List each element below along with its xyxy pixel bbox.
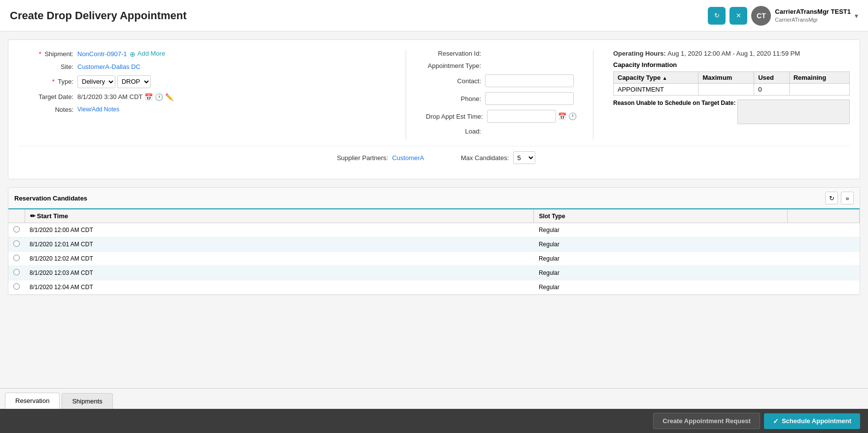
candidate-start-time: 8/1/2020 12:00 AM CDT <box>25 223 534 237</box>
cap-type: APPOINTMENT <box>614 84 698 96</box>
max-candidates-row: Max Candidates: 5101520 <box>454 151 535 164</box>
drop-select[interactable]: DROP <box>117 75 151 88</box>
operating-hours-row: Operating Hours: Aug 1, 2020 12:00 AM - … <box>613 50 850 57</box>
close-button[interactable]: ✕ <box>729 7 747 25</box>
candidate-extra <box>788 252 860 266</box>
row-radio-cell[interactable] <box>8 252 25 266</box>
form-mid-col: Reservation Id: Appointment Type: Contac… <box>426 50 593 140</box>
candidates-refresh-icon: ↻ <box>829 195 834 202</box>
shipment-link[interactable]: NonContr-0907-1 <box>77 50 127 58</box>
user-name: CarrierATransMgr TEST1 <box>775 8 851 16</box>
type-label: * Type: <box>18 78 77 85</box>
form-top-row: * Shipment: NonContr-0907-1 ⊕ Add More S… <box>18 50 850 140</box>
candidates-refresh-button[interactable]: ↻ <box>825 192 838 204</box>
form-right-col: Operating Hours: Aug 1, 2020 12:00 AM - … <box>613 50 850 140</box>
schedule-check-icon: ✓ <box>773 417 779 425</box>
target-date-field-row: Target Date: 8/1/2020 3:30 AM CDT 📅 🕐 ✏️ <box>18 93 396 101</box>
contact-label: Contact: <box>426 77 485 85</box>
capacity-table: Capacity Type ▲ Maximum Used Remaining A… <box>613 71 850 96</box>
target-date-label: Target Date: <box>18 93 77 100</box>
drop-appt-est-row: Drop Appt Est Time: 📅 🕐 <box>426 110 583 123</box>
reason-label: Reason Unable to Schedule on Target Date… <box>613 100 735 106</box>
candidates-expand-icon: » <box>845 195 849 202</box>
main-content: * Shipment: NonContr-0907-1 ⊕ Add More S… <box>0 32 868 388</box>
create-appointment-button[interactable]: Create Appointment Request <box>653 413 760 429</box>
sort-icon[interactable]: ▲ <box>662 75 667 81</box>
candidate-radio[interactable] <box>13 269 20 275</box>
edit-icon-header[interactable]: ✏ <box>30 212 35 220</box>
user-info: CarrierATransMgr TEST1 CarrierATransMgr <box>775 8 851 23</box>
max-candidates-label: Max Candidates: <box>454 154 513 162</box>
candidate-extra <box>788 280 860 295</box>
site-field-row: Site: CustomerA-Dallas DC <box>18 63 396 70</box>
candidate-slot-type: Regular <box>534 223 788 237</box>
phone-input[interactable] <box>485 92 574 105</box>
drop-appt-est-input[interactable] <box>487 110 556 123</box>
candidate-radio[interactable] <box>13 255 20 261</box>
appointment-type-row: Appointment Type: <box>426 62 583 69</box>
supplier-partners-label: Supplier Partners: <box>333 154 392 162</box>
type-select[interactable]: Delivery <box>77 75 115 88</box>
shipment-label: * Shipment: <box>18 50 77 58</box>
notes-field-row: Notes: View/Add Notes <box>18 106 396 113</box>
calendar-icon[interactable]: 📅 <box>144 93 153 101</box>
supplier-partners-row: Supplier Partners: CustomerA <box>333 151 424 164</box>
site-link[interactable]: CustomerA-Dallas DC <box>77 63 140 70</box>
list-item: 8/1/2020 12:04 AM CDT Regular <box>8 280 860 295</box>
candidate-radio[interactable] <box>13 240 20 247</box>
tab-reservation[interactable]: Reservation <box>5 393 60 409</box>
list-item: 8/1/2020 12:00 AM CDT Regular <box>8 223 860 237</box>
reservation-id-row: Reservation Id: <box>426 50 583 57</box>
col-extra <box>788 209 860 223</box>
header-controls: ↻ ✕ CT CarrierATransMgr TEST1 CarrierATr… <box>708 6 858 26</box>
clear-icon[interactable]: ✏️ <box>165 93 174 101</box>
capacity-col-type: Capacity Type ▲ <box>614 72 698 84</box>
candidates-expand-button[interactable]: » <box>841 192 854 204</box>
capacity-col-used: Used <box>754 72 789 84</box>
drop-appt-time-icon[interactable]: 🕐 <box>568 112 577 120</box>
candidates-section: Reservation Candidates ↻ » ✏ Start Time <box>8 187 860 295</box>
drop-appt-est-label: Drop Appt Est Time: <box>426 113 487 120</box>
appointment-type-label: Appointment Type: <box>426 62 485 69</box>
avatar: CT <box>751 6 771 26</box>
target-date-group: 8/1/2020 3:30 AM CDT 📅 🕐 ✏️ <box>77 93 174 101</box>
row-radio-cell[interactable] <box>8 266 25 280</box>
reason-box <box>737 100 850 124</box>
candidate-radio[interactable] <box>13 226 20 233</box>
candidate-extra <box>788 237 860 252</box>
list-item: 8/1/2020 12:01 AM CDT Regular <box>8 237 860 252</box>
max-candidates-select[interactable]: 5101520 <box>513 151 535 164</box>
schedule-appointment-button[interactable]: ✓ Schedule Appointment <box>764 413 860 429</box>
row-radio-cell[interactable] <box>8 237 25 252</box>
candidate-extra <box>788 266 860 280</box>
reservation-id-label: Reservation Id: <box>426 50 485 57</box>
schedule-label: Schedule Appointment <box>782 417 851 425</box>
candidates-title: Reservation Candidates <box>14 195 87 202</box>
contact-input[interactable] <box>485 74 574 87</box>
supplier-link[interactable]: CustomerA <box>392 154 424 162</box>
refresh-button[interactable]: ↻ <box>708 7 726 25</box>
drop-appt-calendar-icon[interactable]: 📅 <box>558 112 566 120</box>
refresh-icon: ↻ <box>714 12 720 19</box>
cap-remaining <box>789 84 849 96</box>
type-field-row: * Type: Delivery DROP <box>18 75 396 88</box>
table-row: APPOINTMENT 0 <box>614 84 850 96</box>
page-title: Create Drop Delivery Appointment <box>10 9 187 22</box>
add-more-link[interactable]: ⊕ Add More <box>130 50 165 58</box>
shipment-field-row: * Shipment: NonContr-0907-1 ⊕ Add More <box>18 50 396 58</box>
row-radio-cell[interactable] <box>8 223 25 237</box>
row-radio-cell[interactable] <box>8 280 25 295</box>
tab-shipments[interactable]: Shipments <box>62 393 112 409</box>
candidates-table: ✏ Start Time Slot Type 8/1/2020 12:00 AM… <box>8 209 860 295</box>
capacity-col-max: Maximum <box>698 72 754 84</box>
chevron-down-icon[interactable]: ▾ <box>855 12 858 20</box>
col-start-time: ✏ Start Time <box>25 209 534 223</box>
candidate-slot-type: Regular <box>534 252 788 266</box>
view-add-notes-link[interactable]: View/Add Notes <box>77 106 119 113</box>
add-icon: ⊕ <box>130 50 136 58</box>
form-left-col: * Shipment: NonContr-0907-1 ⊕ Add More S… <box>18 50 406 140</box>
close-icon: ✕ <box>736 12 741 19</box>
contact-row: Contact: <box>426 74 583 87</box>
time-icon[interactable]: 🕐 <box>155 93 163 101</box>
candidate-radio[interactable] <box>13 283 20 290</box>
